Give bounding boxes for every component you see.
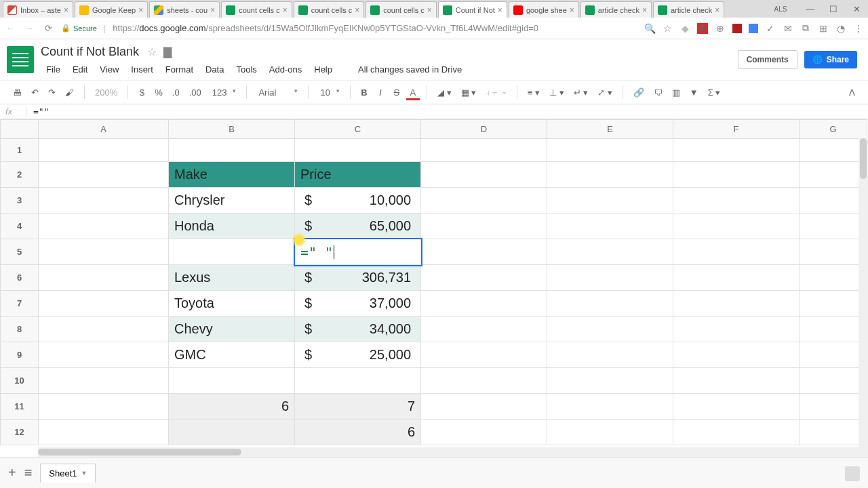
formula-input[interactable]: ="" — [33, 106, 49, 117]
share-button[interactable]: 🌐 Share — [804, 51, 857, 68]
browser-tab[interactable]: article check× — [653, 1, 724, 18]
empty-cell[interactable] — [547, 214, 673, 239]
tab-close-icon[interactable]: × — [642, 5, 647, 15]
empty-cell[interactable] — [673, 239, 800, 265]
folder-icon[interactable]: ▇ — [163, 45, 172, 58]
empty-cell[interactable] — [800, 139, 867, 162]
empty-cell[interactable] — [800, 291, 867, 317]
text-color-button[interactable]: A — [406, 85, 420, 100]
ext-6-icon[interactable]: ✓ — [765, 23, 776, 34]
star-doc-icon[interactable]: ☆ — [147, 45, 157, 58]
collapse-toolbar-icon[interactable]: ᐱ — [845, 85, 859, 100]
empty-cell[interactable] — [547, 394, 673, 420]
make-cell[interactable]: Lexus — [169, 265, 295, 291]
empty-cell[interactable] — [547, 368, 673, 394]
empty-cell[interactable] — [421, 162, 547, 188]
empty-cell[interactable] — [39, 265, 169, 291]
empty-cell[interactable] — [39, 239, 169, 265]
empty-cell[interactable] — [673, 317, 800, 342]
browser-tab[interactable]: google shee× — [509, 1, 579, 18]
browser-tab[interactable]: Inbox – aste× — [3, 1, 73, 18]
fill-color-button[interactable]: ◢ ▾ — [434, 85, 455, 100]
font-family-select[interactable]: Arial — [254, 85, 301, 100]
browser-menu-icon[interactable]: ⋮ — [853, 23, 864, 34]
menu-add-ons[interactable]: Add-ons — [264, 62, 307, 77]
empty-cell[interactable] — [673, 420, 800, 445]
redo-icon[interactable]: ↷ — [45, 85, 59, 100]
menu-insert[interactable]: Insert — [125, 62, 159, 77]
row-header-8[interactable]: 8 — [1, 317, 39, 342]
browser-tab[interactable]: count cells c× — [221, 1, 292, 18]
browser-tab[interactable]: article check× — [580, 1, 652, 18]
empty-cell[interactable] — [421, 188, 547, 214]
ext-8-icon[interactable]: ⧉ — [800, 23, 811, 34]
nav-forward-icon[interactable]: → — [23, 22, 35, 35]
empty-cell[interactable] — [800, 342, 867, 368]
row-header-3[interactable]: 3 — [1, 188, 39, 214]
price-cell[interactable]: $10,000 — [295, 188, 421, 214]
paint-format-icon[interactable]: 🖌 — [62, 85, 77, 100]
row-header-11[interactable]: 11 — [1, 394, 39, 420]
row-header-7[interactable]: 7 — [1, 291, 39, 317]
ext-1-icon[interactable]: ◆ — [679, 23, 690, 34]
spreadsheet-grid[interactable]: ABCDEFG12MakePrice3Chrysler$10,0004Honda… — [0, 119, 868, 457]
col-header-A[interactable]: A — [39, 120, 169, 139]
font-size-select[interactable]: 10 — [315, 85, 342, 100]
row-header-2[interactable]: 2 — [1, 162, 39, 188]
empty-cell[interactable] — [673, 214, 800, 239]
empty-cell[interactable] — [295, 139, 421, 162]
window-minimize-icon[interactable]: — — [799, 4, 822, 14]
zoom-icon[interactable]: 🔍 — [644, 23, 655, 34]
strike-button[interactable]: S — [390, 85, 403, 100]
increase-decimal-button[interactable]: .00 — [186, 85, 205, 100]
row-header-5[interactable]: 5 — [1, 239, 39, 265]
col-header-B[interactable]: B — [169, 120, 295, 139]
empty-cell[interactable] — [295, 368, 421, 394]
empty-cell[interactable] — [39, 342, 169, 368]
borders-button[interactable]: ▦ ▾ — [458, 85, 480, 100]
row-header-1[interactable]: 1 — [1, 139, 39, 162]
menu-format[interactable]: Format — [160, 62, 199, 77]
halign-button[interactable]: ≡ ▾ — [524, 85, 543, 100]
empty-cell[interactable] — [39, 188, 169, 214]
sheet-tab-menu-icon[interactable]: ▼ — [81, 470, 87, 476]
chart-button[interactable]: ▥ — [669, 85, 684, 100]
menu-help[interactable]: Help — [309, 62, 338, 77]
row-header-12[interactable]: 12 — [1, 420, 39, 445]
empty-cell[interactable] — [421, 139, 547, 162]
empty-cell[interactable] — [39, 139, 169, 162]
link-button[interactable]: 🔗 — [630, 85, 648, 100]
empty-cell[interactable] — [169, 368, 295, 394]
empty-cell[interactable] — [421, 317, 547, 342]
nav-back-icon[interactable]: ← — [4, 22, 16, 35]
menu-file[interactable]: File — [41, 62, 66, 77]
price-cell[interactable]: $65,000 — [295, 214, 421, 239]
empty-cell[interactable] — [39, 317, 169, 342]
empty-cell[interactable] — [673, 291, 800, 317]
col-header-D[interactable]: D — [421, 120, 547, 139]
functions-button[interactable]: Σ ▾ — [705, 85, 724, 100]
bold-button[interactable]: B — [357, 85, 371, 100]
window-maximize-icon[interactable]: ☐ — [822, 4, 845, 14]
col-header-F[interactable]: F — [673, 120, 800, 139]
empty-cell[interactable] — [547, 239, 673, 265]
sheet-tab[interactable]: Sheet1 ▼ — [40, 464, 96, 483]
empty-cell[interactable] — [800, 239, 867, 265]
empty-cell[interactable] — [673, 368, 800, 394]
menu-data[interactable]: Data — [200, 62, 229, 77]
tab-close-icon[interactable]: × — [138, 5, 143, 15]
empty-cell[interactable] — [800, 162, 867, 188]
rotate-button[interactable]: ⤢ ▾ — [594, 85, 616, 100]
ext-2-icon[interactable]: ➕ — [697, 23, 708, 34]
format-percent-button[interactable]: % — [151, 85, 166, 100]
empty-cell[interactable] — [547, 317, 673, 342]
make-cell[interactable]: GMC — [169, 342, 295, 368]
empty-cell[interactable] — [39, 214, 169, 239]
menu-edit[interactable]: Edit — [67, 62, 93, 77]
tab-close-icon[interactable]: × — [498, 5, 502, 15]
make-cell[interactable] — [169, 239, 295, 265]
empty-cell[interactable] — [800, 420, 867, 445]
empty-cell[interactable] — [673, 394, 800, 420]
count-c12-cell[interactable]: 6 — [295, 420, 421, 445]
row-header-6[interactable]: 6 — [1, 265, 39, 291]
